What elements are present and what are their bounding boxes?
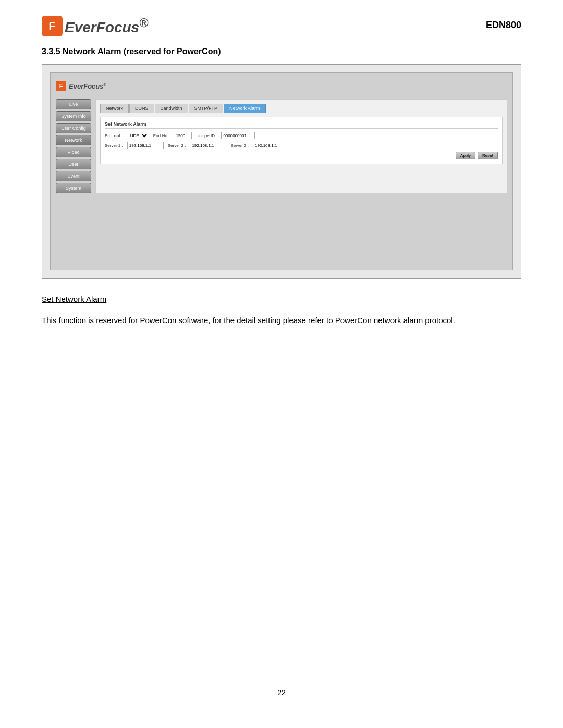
sidebar-btn-user[interactable]: User [56,159,91,169]
tab-smtp-ftp[interactable]: SMTP/FTP [189,104,224,113]
ui-body: Live System Info User Config Network Vid… [56,99,507,193]
ui-header: F EverFocus® [56,78,507,94]
logo-icon-box: F [42,16,63,36]
everfocus-logo: F EverFocus® [42,16,148,36]
tab-bandwidth[interactable]: Bandwidth [155,104,188,113]
tab-network[interactable]: Network [100,104,129,113]
protocol-label: Protocol : [105,133,123,138]
sidebar-btn-event[interactable]: Event [56,171,91,181]
apply-button[interactable]: Apply [456,152,475,159]
server2-input[interactable] [190,142,226,149]
screenshot-container: F EverFocus® Live System Info User Confi… [42,64,521,279]
sidebar-btn-user-config[interactable]: User Config [56,123,91,133]
ui-sidebar: Live System Info User Config Network Vid… [56,99,91,193]
panel-title: Set Network Alarm [105,121,498,129]
set-network-alarm-link[interactable]: Set Network Alarm [42,294,521,303]
unique-id-label: Unique ID : [196,133,217,138]
server3-label: Server 3 : [230,143,249,148]
ui-content: Network DDNS Bandwidth SMTP/FTP Network … [95,99,507,193]
sidebar-btn-network[interactable]: Network [56,135,91,145]
tab-network-alarm[interactable]: Network Alarm [224,104,266,113]
server1-input[interactable] [127,142,164,149]
server3-input[interactable] [253,142,289,149]
reset-button[interactable]: Reset [478,152,498,159]
description-text: This function is reserved for PowerCon s… [42,314,521,327]
page-number: 22 [0,678,563,707]
logo-f-letter: F [48,20,55,32]
model-number: EDN800 [486,20,521,31]
action-row: Apply Reset [105,152,498,159]
tab-ddns[interactable]: DDNS [129,104,154,113]
sidebar-btn-video[interactable]: Video [56,147,91,157]
ui-logo-icon: F [56,81,66,91]
ui-mockup: F EverFocus® Live System Info User Confi… [50,72,513,270]
protocol-select[interactable]: UDP [127,132,149,139]
logo-brand-text: EverFocus® [65,16,148,36]
network-alarm-panel: Set Network Alarm Protocol : UDP Port No… [100,117,503,164]
form-row-2: Server 1 : Server 2 : Server 3 : [105,142,498,149]
server1-label: Server 1 : [105,143,123,148]
section-heading: 3.3.5 Network Alarm (reserved for PowerC… [0,42,563,64]
port-label: Port No : [153,133,170,138]
sidebar-btn-system-info[interactable]: System Info [56,111,91,121]
ui-logo-brand: EverFocus® [69,82,106,90]
form-row-1: Protocol : UDP Port No : Unique ID : [105,132,498,139]
page-header: F EverFocus® EDN800 [0,0,563,42]
tabs-row: Network DDNS Bandwidth SMTP/FTP Network … [100,104,503,113]
unique-id-input[interactable] [221,132,255,139]
sidebar-btn-live[interactable]: Live [56,99,91,109]
port-input[interactable] [174,132,192,139]
sidebar-btn-system[interactable]: System [56,183,91,193]
description-section: Set Network Alarm This function is reser… [0,279,563,343]
server2-label: Server 2 : [168,143,186,148]
